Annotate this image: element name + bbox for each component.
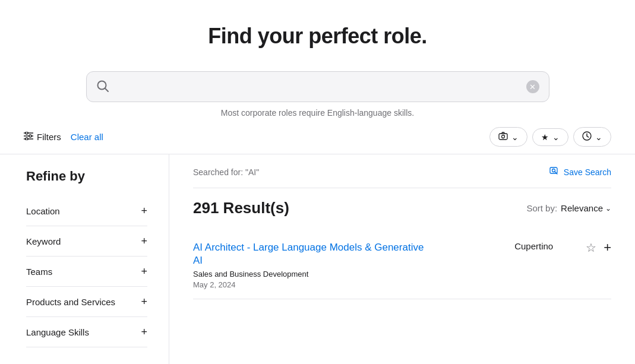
- camera-chevron-icon: ⌄: [511, 132, 519, 142]
- hero-section: Find your perfect role.: [0, 0, 635, 61]
- search-subtitle: Most corporate roles require English-lan…: [0, 108, 635, 118]
- sidebar-item-location[interactable]: Location +: [26, 196, 147, 226]
- save-search-label: Save Search: [564, 167, 611, 177]
- sidebar-item-teams-label: Teams: [26, 267, 52, 277]
- job-title-link[interactable]: AI Architect - Large Language Models & G…: [193, 241, 431, 267]
- main-layout: Refine by Location + Keyword + Teams + P…: [0, 154, 635, 364]
- star-icon: ★: [541, 132, 549, 142]
- page-title: Find your perfect role.: [12, 24, 623, 49]
- camera-icon: [498, 131, 508, 143]
- sidebar-item-location-label: Location: [26, 206, 60, 216]
- filters-label: Filters: [37, 132, 61, 142]
- clock-icon: [582, 131, 592, 143]
- save-search-button[interactable]: Save Search: [549, 166, 611, 178]
- searched-for-row: Searched for: "AI" Save Search: [193, 166, 611, 178]
- results-area: Searched for: "AI" Save Search 291 Resul…: [169, 154, 635, 364]
- sidebar-item-keyword-label: Keyword: [26, 236, 61, 246]
- keyword-expand-icon: +: [141, 236, 147, 246]
- star-filter-button[interactable]: ★ ⌄: [532, 128, 568, 146]
- refine-by-title: Refine by: [26, 169, 147, 184]
- filter-left: Filters Clear all: [24, 132, 103, 142]
- svg-line-12: [587, 136, 589, 137]
- job-info: AI Architect - Large Language Models & G…: [193, 241, 514, 289]
- filter-bar: Filters Clear all ⌄ ★ ⌄: [0, 118, 635, 154]
- job-add-button[interactable]: +: [604, 241, 611, 254]
- clock-filter-button[interactable]: ⌄: [573, 127, 611, 147]
- job-card: AI Architect - Large Language Models & G…: [193, 232, 611, 299]
- filters-button[interactable]: Filters: [24, 132, 61, 142]
- job-department: Sales and Business Development: [193, 270, 514, 278]
- sidebar: Refine by Location + Keyword + Teams + P…: [0, 154, 169, 364]
- sidebar-item-products[interactable]: Products and Services +: [26, 287, 147, 317]
- search-input[interactable]: AI: [115, 81, 526, 93]
- search-clear-button[interactable]: ✕: [526, 80, 539, 93]
- filter-right: ⌄ ★ ⌄ ⌄: [489, 127, 611, 147]
- results-count: 291 Result(s): [193, 199, 289, 217]
- results-divider: [193, 188, 611, 188]
- products-expand-icon: +: [141, 296, 147, 307]
- sort-value: Relevance: [561, 203, 603, 213]
- teams-expand-icon: +: [141, 266, 147, 277]
- search-container: AI ✕: [86, 71, 549, 102]
- sidebar-item-teams[interactable]: Teams +: [26, 257, 147, 287]
- svg-rect-8: [499, 134, 507, 140]
- clear-all-button[interactable]: Clear all: [71, 132, 103, 142]
- sort-chevron-icon: ⌄: [605, 204, 611, 213]
- search-icon: [96, 80, 109, 94]
- sidebar-item-products-label: Products and Services: [26, 297, 115, 307]
- sort-by-label: Sort by:: [526, 203, 557, 213]
- svg-point-5: [26, 132, 28, 134]
- sort-by: Sort by: Relevance ⌄: [526, 203, 611, 213]
- job-actions: ☆ +: [586, 241, 611, 254]
- search-bar: AI ✕: [86, 71, 549, 102]
- job-date: May 2, 2024: [193, 280, 514, 289]
- clock-chevron-icon: ⌄: [595, 132, 602, 142]
- searched-for-text: Searched for: "AI": [193, 167, 259, 177]
- filters-icon: [24, 132, 33, 142]
- svg-point-6: [29, 135, 31, 137]
- job-favorite-button[interactable]: ☆: [586, 242, 596, 254]
- location-expand-icon: +: [141, 205, 147, 216]
- sidebar-item-keyword[interactable]: Keyword +: [26, 226, 147, 257]
- camera-filter-button[interactable]: ⌄: [489, 127, 527, 147]
- save-search-icon: [549, 166, 560, 178]
- svg-point-7: [26, 138, 28, 140]
- searched-for-value: "AI": [245, 167, 259, 177]
- searched-for-prefix: Searched for:: [193, 167, 245, 177]
- results-header: 291 Result(s) Sort by: Relevance ⌄: [193, 199, 611, 217]
- sort-relevance-button[interactable]: Relevance ⌄: [561, 203, 611, 213]
- sidebar-item-language[interactable]: Language Skills +: [26, 317, 147, 347]
- svg-line-1: [105, 88, 108, 91]
- svg-point-9: [502, 135, 505, 138]
- language-expand-icon: +: [141, 327, 147, 337]
- sidebar-item-language-label: Language Skills: [26, 327, 89, 337]
- job-location: Cupertino: [514, 241, 574, 251]
- star-chevron-icon: ⌄: [552, 132, 560, 142]
